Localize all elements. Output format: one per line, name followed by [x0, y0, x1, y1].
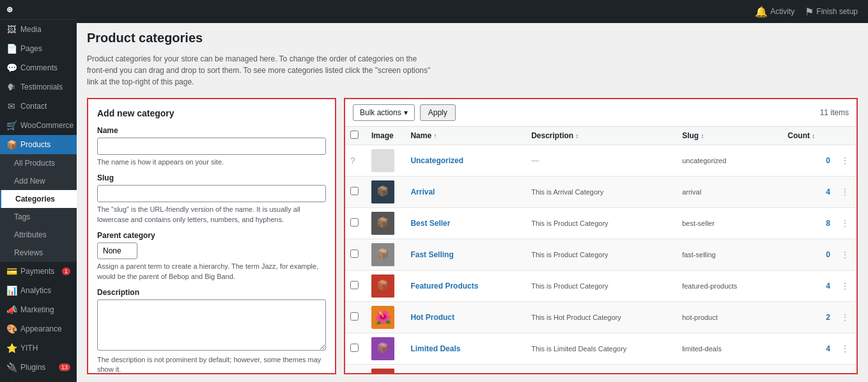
- th-count[interactable]: Count ↕: [782, 127, 835, 145]
- table-row: 📦Limited DealsThis is Limited Deals Cate…: [345, 333, 856, 365]
- sidebar-item-yith[interactable]: ⭐ YITH: [0, 338, 77, 358]
- sidebar-item-woocommerce[interactable]: 🛒 WooCommerce: [0, 116, 77, 135]
- th-description[interactable]: Description ↕: [526, 127, 677, 145]
- media-icon: 🖼: [6, 24, 17, 35]
- table-row: 📦Limited OffersThis is Limited Offers Ca…: [345, 365, 856, 373]
- name-input[interactable]: [97, 138, 326, 155]
- bulk-actions-chevron-icon: ▾: [404, 108, 408, 117]
- analytics-icon: 📊: [6, 285, 17, 296]
- sidebar-item-all-products[interactable]: All Products: [0, 154, 77, 172]
- drag-handle-icon[interactable]: ⋮: [841, 218, 849, 228]
- table-toolbar: Bulk actions ▾ Apply 11 items: [345, 99, 856, 127]
- activity-button[interactable]: 🔔 Activity: [755, 6, 794, 18]
- table-row: ?Uncategorized—uncategorized0⋮: [345, 145, 856, 177]
- sidebar-item-comments[interactable]: 💬 Comments: [0, 58, 77, 77]
- drag-handle-icon[interactable]: ⋮: [841, 312, 849, 322]
- main-layout: Add new category Name The name is how it…: [87, 98, 858, 374]
- category-name-link[interactable]: Featured Products: [410, 282, 478, 290]
- row-checkbox[interactable]: [350, 187, 359, 195]
- name-label: Name: [97, 126, 326, 135]
- sidebar-item-testimonials[interactable]: 🗣 Testimonials: [0, 77, 77, 97]
- sidebar-item-label: Media: [20, 25, 42, 34]
- category-count: 4: [826, 282, 830, 290]
- row-checkbox[interactable]: [350, 218, 359, 227]
- sidebar-item-label: WooCommerce: [20, 121, 74, 130]
- page-description: Product categories for your store can be…: [87, 53, 432, 88]
- th-name[interactable]: Name ↑: [405, 127, 526, 145]
- description-label: Description: [97, 288, 326, 297]
- category-image: [371, 149, 394, 172]
- svg-text:📦: 📦: [376, 185, 389, 197]
- th-slug[interactable]: Slug ↕: [677, 127, 782, 145]
- finish-setup-button[interactable]: ⚑ Finish setup: [805, 6, 858, 18]
- category-name-link[interactable]: Best Seller: [410, 219, 450, 228]
- row-checkbox[interactable]: [350, 312, 359, 321]
- sidebar-item-marketing[interactable]: 📣 Marketing: [0, 300, 77, 319]
- topbar: 🔔 Activity ⚑ Finish setup: [77, 0, 868, 23]
- drag-handle-icon[interactable]: ⋮: [841, 281, 849, 291]
- sidebar-item-plugins[interactable]: 🔌 Plugins 13: [0, 358, 77, 377]
- description-input[interactable]: [97, 299, 326, 351]
- row-checkbox[interactable]: [350, 250, 359, 258]
- category-description: This is Hot Product Category: [526, 302, 677, 333]
- sidebar-item-analytics[interactable]: 📊 Analytics: [0, 281, 77, 300]
- parent-category-select[interactable]: None: [97, 243, 137, 259]
- main-area: 🔔 Activity ⚑ Finish setup Product catego…: [77, 0, 868, 382]
- category-description: This is Product Category: [526, 208, 677, 239]
- category-name-link[interactable]: Hot Product: [410, 313, 454, 322]
- drag-handle-icon[interactable]: ⋮: [841, 344, 849, 354]
- th-name-label: Name: [410, 131, 431, 140]
- help-icon[interactable]: ?: [350, 155, 355, 166]
- sidebar-item-label: Comments: [20, 63, 58, 72]
- plugins-icon: 🔌: [6, 362, 17, 372]
- category-image: 📦: [371, 180, 394, 203]
- category-image: 📦: [371, 337, 394, 360]
- sidebar-item-pages[interactable]: 📄 Pages: [0, 39, 77, 58]
- th-slug-label: Slug: [682, 131, 699, 140]
- category-description: —: [526, 145, 677, 177]
- category-name-link[interactable]: Limited Deals: [410, 344, 460, 353]
- sidebar-item-label: Contact: [20, 102, 47, 111]
- drag-handle-icon[interactable]: ⋮: [841, 250, 849, 260]
- sidebar-item-users[interactable]: 👤 Users: [0, 377, 77, 382]
- activity-label: Activity: [770, 7, 794, 16]
- sidebar-item-attributes[interactable]: Attributes: [0, 226, 77, 244]
- sidebar-item-reviews[interactable]: Reviews: [0, 244, 77, 262]
- bulk-actions-button[interactable]: Bulk actions ▾: [353, 104, 415, 121]
- category-count: 0: [826, 250, 830, 259]
- drag-handle-icon[interactable]: ⋮: [841, 187, 849, 197]
- select-all-checkbox[interactable]: [350, 131, 359, 139]
- drag-handle-icon[interactable]: ⋮: [841, 155, 849, 166]
- category-slug: uncategorized: [682, 157, 726, 164]
- parent-category-field: Parent category None Assign a parent ter…: [97, 231, 326, 282]
- sidebar-item-add-new[interactable]: Add New: [0, 172, 77, 190]
- tags-label: Tags: [14, 212, 30, 221]
- sidebar-item-tags[interactable]: Tags: [0, 208, 77, 226]
- sidebar-item-label: Testimonials: [20, 83, 63, 92]
- category-image: 🌺: [371, 306, 394, 329]
- attributes-label: Attributes: [14, 230, 47, 239]
- slug-input[interactable]: [97, 185, 326, 202]
- sidebar-item-categories[interactable]: Categories: [0, 190, 77, 208]
- parent-select-wrap: None: [97, 243, 137, 259]
- sidebar-item-payments[interactable]: 💳 Payments 1: [0, 262, 77, 281]
- category-name-link[interactable]: Fast Selling: [410, 250, 453, 259]
- sidebar-item-contact[interactable]: ✉ Contact: [0, 97, 77, 116]
- table-row: 🌺Hot ProductThis is Hot Product Category…: [345, 302, 856, 333]
- apply-button[interactable]: Apply: [420, 104, 456, 121]
- category-slug: arrival: [682, 188, 701, 196]
- category-name-link[interactable]: Uncategorized: [410, 156, 463, 165]
- testimonials-icon: 🗣: [6, 82, 17, 92]
- row-checkbox[interactable]: [350, 281, 359, 289]
- bulk-actions-label: Bulk actions: [360, 108, 401, 117]
- row-checkbox[interactable]: [350, 344, 359, 352]
- category-name-link[interactable]: Arrival: [410, 187, 435, 196]
- category-description: This is Product Category: [526, 271, 677, 302]
- description-field: Description The description is not promi…: [97, 288, 326, 374]
- sidebar-item-products[interactable]: 📦 Products: [0, 135, 77, 154]
- sidebar-item-media[interactable]: 🖼 Media: [0, 20, 77, 39]
- sidebar-item-label: YITH: [20, 344, 38, 353]
- th-image-label: Image: [371, 131, 394, 140]
- sidebar-item-appearance[interactable]: 🎨 Appearance: [0, 319, 77, 338]
- parent-label: Parent category: [97, 231, 326, 240]
